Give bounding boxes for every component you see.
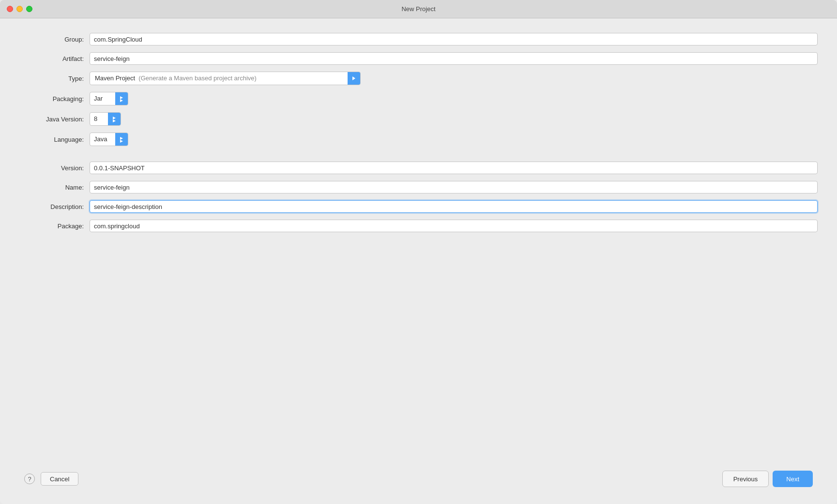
description-input[interactable] bbox=[90, 200, 818, 213]
window-title: New Project bbox=[401, 5, 435, 13]
form-area: Group: Artifact: Type: Maven Project (Ge… bbox=[19, 33, 818, 463]
bottom-left: ? Cancel bbox=[24, 472, 78, 486]
type-select-text: Maven Project (Generate a Maven based pr… bbox=[90, 72, 348, 85]
bottom-right: Previous Next bbox=[722, 471, 813, 487]
title-bar: New Project bbox=[0, 0, 837, 18]
java-version-text: 8 bbox=[90, 112, 108, 126]
packaging-label: Packaging: bbox=[19, 95, 90, 103]
bottom-bar: ? Cancel Previous Next bbox=[19, 463, 818, 494]
package-input[interactable] bbox=[90, 220, 818, 232]
java-version-label: Java Version: bbox=[19, 116, 90, 123]
type-dropdown-arrow[interactable] bbox=[348, 72, 360, 85]
packaging-row: Packaging: Jar bbox=[19, 92, 818, 105]
svg-marker-5 bbox=[120, 137, 123, 140]
chevron-down-icon bbox=[351, 75, 357, 81]
traffic-lights bbox=[7, 6, 32, 12]
svg-marker-4 bbox=[113, 119, 116, 122]
name-input[interactable] bbox=[90, 181, 818, 193]
language-label: Language: bbox=[19, 136, 90, 143]
package-label: Package: bbox=[19, 222, 90, 230]
svg-marker-2 bbox=[120, 99, 123, 102]
type-select-helper: (Generate a Maven based project archive) bbox=[138, 74, 257, 82]
type-label: Type: bbox=[19, 75, 90, 82]
java-version-row: Java Version: 8 bbox=[19, 112, 818, 126]
separator bbox=[19, 153, 818, 162]
content-area: Group: Artifact: Type: Maven Project (Ge… bbox=[0, 18, 837, 504]
language-select[interactable]: Java bbox=[90, 133, 128, 146]
description-label: Description: bbox=[19, 203, 90, 210]
artifact-input[interactable] bbox=[90, 52, 818, 65]
packaging-select[interactable]: Jar bbox=[90, 92, 128, 105]
name-label: Name: bbox=[19, 184, 90, 191]
artifact-row: Artifact: bbox=[19, 52, 818, 65]
version-label: Version: bbox=[19, 164, 90, 172]
language-chevron-icon bbox=[119, 136, 124, 143]
type-row: Type: Maven Project (Generate a Maven ba… bbox=[19, 72, 818, 85]
svg-marker-6 bbox=[120, 140, 123, 143]
svg-marker-0 bbox=[352, 76, 355, 80]
package-row: Package: bbox=[19, 220, 818, 232]
help-button[interactable]: ? bbox=[24, 474, 35, 484]
svg-marker-1 bbox=[120, 96, 123, 99]
main-window: New Project Group: Artifact: Type: Maven… bbox=[0, 0, 837, 504]
language-select-text: Java bbox=[90, 133, 115, 146]
svg-marker-3 bbox=[113, 117, 116, 119]
packaging-select-text: Jar bbox=[90, 92, 115, 105]
group-row: Group: bbox=[19, 33, 818, 45]
description-row: Description: bbox=[19, 200, 818, 213]
group-input[interactable] bbox=[90, 33, 818, 45]
name-row: Name: bbox=[19, 181, 818, 193]
previous-button[interactable]: Previous bbox=[722, 471, 769, 487]
type-select[interactable]: Maven Project (Generate a Maven based pr… bbox=[90, 72, 361, 85]
java-version-arrow[interactable] bbox=[108, 113, 121, 125]
maximize-button[interactable] bbox=[26, 6, 32, 12]
group-label: Group: bbox=[19, 36, 90, 43]
java-version-select[interactable]: 8 bbox=[90, 112, 121, 126]
cancel-button[interactable]: Cancel bbox=[41, 472, 78, 486]
close-button[interactable] bbox=[7, 6, 13, 12]
artifact-label: Artifact: bbox=[19, 55, 90, 62]
language-row: Language: Java bbox=[19, 133, 818, 146]
packaging-chevron-icon bbox=[119, 95, 124, 102]
version-input[interactable] bbox=[90, 162, 818, 174]
next-button[interactable]: Next bbox=[773, 471, 813, 487]
packaging-dropdown-arrow[interactable] bbox=[115, 92, 128, 105]
minimize-button[interactable] bbox=[16, 6, 23, 12]
version-row: Version: bbox=[19, 162, 818, 174]
java-version-chevron-icon bbox=[112, 116, 117, 122]
language-dropdown-arrow[interactable] bbox=[115, 133, 128, 146]
